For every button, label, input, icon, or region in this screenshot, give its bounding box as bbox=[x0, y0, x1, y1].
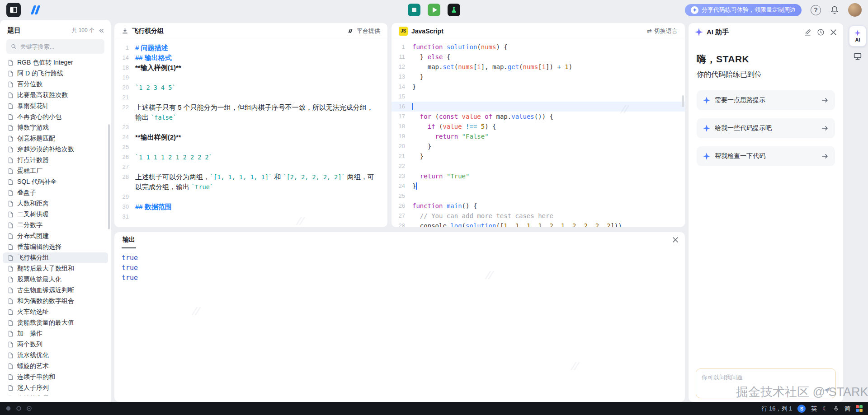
sidebar-item[interactable]: SQL 代码补全 bbox=[0, 177, 111, 187]
sidebar-item[interactable]: 和为偶数的数字组合 bbox=[0, 296, 111, 307]
sidebar-item[interactable]: 翻转后最大子数组和 bbox=[0, 263, 111, 274]
markdown-line: 14## 输出格式 bbox=[114, 53, 387, 63]
editor-scrollbar[interactable] bbox=[682, 95, 684, 107]
output-tab[interactable]: 输出 bbox=[122, 232, 136, 248]
sidebar-title: 题目 bbox=[7, 26, 68, 35]
help-button[interactable]: ? bbox=[811, 5, 821, 15]
sidebar-item[interactable]: 螺旋的艺术 bbox=[0, 361, 111, 372]
document-icon bbox=[7, 320, 14, 326]
markdown-line: 20`1 2 3 4 5` bbox=[114, 83, 387, 93]
search-input[interactable] bbox=[20, 43, 100, 50]
status-dot-icon[interactable] bbox=[26, 406, 32, 411]
line-number: 23 bbox=[114, 122, 135, 132]
sidebar-item[interactable]: 大数和距离 bbox=[0, 198, 111, 209]
code-line: 22 bbox=[392, 161, 685, 171]
mic-icon[interactable] bbox=[833, 406, 839, 411]
sidebar-item-label: 分布式团建 bbox=[17, 232, 49, 240]
ai-greeting-subtitle: 你的代码陪练已到位 bbox=[697, 70, 835, 79]
sidebar-item[interactable]: 古生物血缘远近判断 bbox=[0, 285, 111, 296]
juejin-logo[interactable] bbox=[27, 4, 45, 16]
history-icon[interactable] bbox=[817, 28, 825, 36]
document-icon bbox=[7, 341, 14, 348]
switch-language-button[interactable]: ⇄ 切换语言 bbox=[647, 27, 678, 35]
sidebar-item[interactable]: 飞行棋分组 bbox=[3, 252, 108, 263]
ai-suggestion-card[interactable]: 需要一点思路提示 bbox=[697, 90, 835, 110]
juejin-logo-icon bbox=[27, 4, 45, 16]
ai-floating-button[interactable]: AI bbox=[849, 26, 866, 47]
sidebar-item[interactable]: 火车站选址 bbox=[0, 307, 111, 317]
line-number: 23 bbox=[392, 171, 412, 181]
sidebar-item-label: 博数字游戏 bbox=[17, 124, 49, 132]
ime-icon[interactable]: S bbox=[797, 405, 806, 413]
workbench-button[interactable] bbox=[852, 51, 863, 62]
sidebar-item[interactable]: 穿越沙漠的补给次数 bbox=[0, 144, 111, 155]
sidebar-item[interactable]: 奇妙的交易 bbox=[0, 393, 111, 396]
sidebar-item[interactable]: 二叉树供暖 bbox=[0, 209, 111, 220]
ime-simplified-toggle[interactable]: 简 bbox=[844, 405, 850, 413]
status-indicator-icon[interactable] bbox=[5, 406, 11, 411]
sidebar-item[interactable]: 不再贪心的小包 bbox=[0, 112, 111, 122]
run-button[interactable] bbox=[428, 4, 440, 16]
sidebar-item[interactable]: 蛋糕工厂 bbox=[0, 166, 111, 177]
output-line: true bbox=[122, 253, 678, 263]
ai-suggestion-card[interactable]: 给我一些代码提示吧 bbox=[697, 118, 835, 138]
sidebar-item[interactable]: 比赛最高获胜次数 bbox=[0, 90, 111, 101]
sidebar-item[interactable]: 流水线优化 bbox=[0, 350, 111, 361]
sidebar-item-label: 翻转后最大子数组和 bbox=[17, 265, 74, 273]
sidebar-item[interactable]: 二分数字 bbox=[0, 220, 111, 231]
code-line: 21 } bbox=[392, 151, 685, 161]
moon-icon[interactable]: ☾ bbox=[822, 405, 828, 412]
sidebar-item[interactable]: 暴雨梨花针 bbox=[0, 101, 111, 112]
user-avatar[interactable] bbox=[848, 3, 862, 17]
sidebar-item[interactable]: 加一操作 bbox=[0, 328, 111, 339]
code-line: 16 bbox=[392, 102, 685, 112]
document-icon bbox=[7, 244, 14, 250]
sidebar-toggle-button[interactable] bbox=[6, 3, 21, 17]
sidebar-item[interactable]: 叠盘子 bbox=[0, 187, 111, 198]
sidebar-item[interactable]: 百分位数 bbox=[0, 79, 111, 90]
search-box[interactable] bbox=[6, 39, 104, 54]
ime-language-toggle[interactable]: 英 bbox=[811, 405, 817, 413]
text-cursor bbox=[416, 182, 417, 190]
sidebar-item[interactable]: 迷人子序列 bbox=[0, 382, 111, 393]
promo-banner[interactable]: ✦ 分享代码练习体验，领限量定制周边 bbox=[685, 4, 802, 16]
close-output-icon[interactable] bbox=[672, 237, 679, 243]
platform-provided-badge[interactable]: 平台提供 bbox=[347, 27, 380, 35]
help-icon: ? bbox=[814, 6, 818, 14]
line-number: 12 bbox=[392, 62, 412, 72]
sidebar-item[interactable]: 打点计数器 bbox=[0, 155, 111, 166]
sidebar-item[interactable]: 博数字游戏 bbox=[0, 122, 111, 133]
ai-message-input[interactable] bbox=[702, 373, 830, 393]
send-icon[interactable] bbox=[823, 386, 831, 394]
line-number: 26 bbox=[392, 201, 412, 211]
sidebar-item[interactable]: 两个数列 bbox=[0, 339, 111, 350]
ai-suggestion-card[interactable]: 帮我检查一下代码 bbox=[697, 146, 835, 166]
problem-editor-body[interactable]: 1# 问题描述14## 输出格式18**输入样例(1)**1920`1 2 3 … bbox=[114, 39, 387, 222]
sidebar-item[interactable]: 股票收益最大化 bbox=[0, 274, 111, 285]
ime-toolbox-icon[interactable] bbox=[856, 405, 863, 412]
collapse-sidebar-icon[interactable] bbox=[98, 28, 104, 34]
sidebar-item[interactable]: RGB 色值转 Integer bbox=[0, 57, 111, 68]
sidebar-item[interactable]: 货船载货量的最大值 bbox=[0, 317, 111, 328]
notifications-button[interactable] bbox=[830, 5, 839, 14]
close-ai-panel-icon[interactable] bbox=[830, 29, 837, 36]
stop-button[interactable] bbox=[408, 4, 420, 16]
sidebar-scrollbar[interactable] bbox=[108, 124, 110, 229]
code-line: 19 return "False" bbox=[392, 131, 685, 141]
debug-button[interactable] bbox=[448, 4, 460, 16]
sidebar-item[interactable]: 番茄编辑的选择 bbox=[0, 242, 111, 252]
code-editor-body[interactable]: 1function solution(nums) {11 } else {12 … bbox=[392, 39, 685, 227]
code-line: 13 } bbox=[392, 72, 685, 82]
status-ring-icon[interactable] bbox=[16, 406, 22, 411]
arrow-right-icon bbox=[821, 153, 829, 160]
sidebar-item-label: 连续子串的和 bbox=[17, 373, 55, 381]
sidebar-item[interactable]: 分布式团建 bbox=[0, 231, 111, 242]
ai-input-box[interactable] bbox=[696, 368, 836, 398]
panel-layout-icon bbox=[9, 6, 18, 14]
line-number: 25 bbox=[114, 142, 135, 152]
stop-icon bbox=[412, 8, 416, 12]
sidebar-item[interactable]: 连续子串的和 bbox=[0, 372, 111, 382]
sidebar-item[interactable]: 创意标题匹配 bbox=[0, 133, 111, 144]
new-chat-icon[interactable] bbox=[804, 28, 811, 36]
sidebar-item[interactable]: 阿 D 的飞行路线 bbox=[0, 68, 111, 79]
